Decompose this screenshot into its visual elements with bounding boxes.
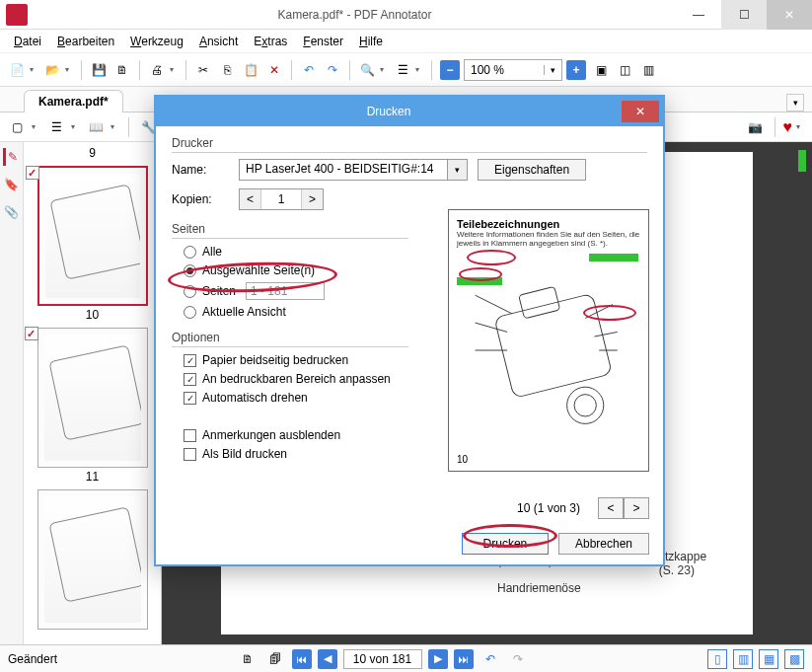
menu-datei[interactable]: Datei bbox=[8, 33, 47, 50]
status-text: Geändert bbox=[8, 652, 57, 666]
thumbnail-panel: 9 ✓ 10 ✓ 11 bbox=[24, 142, 162, 644]
menu-extras[interactable]: Extras bbox=[248, 33, 293, 50]
check-fit[interactable] bbox=[184, 373, 196, 386]
thumbnail-10[interactable]: ✓ bbox=[37, 166, 148, 306]
check-as-image[interactable] bbox=[184, 448, 196, 461]
copies-increment[interactable]: > bbox=[301, 189, 323, 209]
new-button[interactable]: 📄 bbox=[6, 59, 28, 81]
camera-button[interactable]: 📷 bbox=[745, 116, 767, 138]
print-dropdown[interactable]: ▾ bbox=[170, 65, 180, 74]
outline-dropdown[interactable]: ▾ bbox=[71, 122, 81, 131]
viewmode-continuous[interactable]: ▥ bbox=[733, 649, 753, 669]
preview-next-button[interactable]: > bbox=[624, 497, 649, 519]
menu-bearbeiten[interactable]: Bearbeiten bbox=[51, 33, 120, 50]
preview-prev-button[interactable]: < bbox=[598, 497, 624, 519]
radio-range-label: Seiten bbox=[202, 284, 236, 298]
thumbnail-11-checkbox[interactable]: ✓ bbox=[25, 327, 38, 340]
find-button[interactable]: 🔍 bbox=[356, 59, 378, 81]
last-page-button[interactable]: ⏭ bbox=[454, 649, 474, 669]
zoom-input[interactable] bbox=[465, 63, 544, 77]
menu-ansicht[interactable]: Ansicht bbox=[193, 33, 244, 50]
book-dropdown[interactable]: ▾ bbox=[111, 122, 120, 131]
status-icon-2[interactable]: 🗐 bbox=[264, 648, 286, 670]
fit-page-button[interactable]: ▣ bbox=[590, 59, 612, 81]
page-range-input[interactable] bbox=[246, 282, 325, 300]
menu-fenster[interactable]: Fenster bbox=[297, 33, 349, 50]
printer-properties-button[interactable]: Eigenschaften bbox=[478, 159, 586, 181]
radio-current[interactable] bbox=[184, 306, 196, 319]
list-button[interactable]: ☰ bbox=[392, 59, 413, 81]
favorite-button[interactable]: ♥ bbox=[783, 118, 793, 136]
first-page-button[interactable]: ⏮ bbox=[292, 649, 312, 669]
nav-back-button[interactable]: ↶ bbox=[480, 648, 501, 670]
copy-button[interactable]: ⎘ bbox=[216, 59, 238, 81]
dialog-titlebar[interactable]: Drucken ✕ bbox=[156, 97, 663, 126]
favorite-dropdown[interactable]: ▾ bbox=[796, 122, 806, 131]
preview-title: Teilebezeichnungen bbox=[457, 218, 640, 230]
save-as-button[interactable]: 🗎 bbox=[111, 59, 133, 81]
print-button[interactable]: 🖨 bbox=[146, 59, 168, 81]
cut-button[interactable]: ✂ bbox=[192, 59, 214, 81]
two-page-button[interactable]: ▥ bbox=[637, 59, 659, 81]
svg-point-3 bbox=[574, 395, 596, 416]
sidebar-tab-attachment[interactable]: 📎 bbox=[3, 203, 21, 221]
check-rotate[interactable] bbox=[184, 392, 196, 405]
page-dropdown[interactable]: ▾ bbox=[32, 122, 41, 131]
prev-page-button[interactable]: ◀ bbox=[318, 649, 337, 669]
thumbnail-11-preview bbox=[44, 335, 141, 461]
zoom-out-button[interactable]: − bbox=[440, 60, 460, 80]
paste-button[interactable]: 📋 bbox=[240, 59, 261, 81]
check-duplex[interactable] bbox=[184, 354, 196, 367]
sidebar-tab-bookmark[interactable]: 🔖 bbox=[3, 176, 21, 193]
radio-range[interactable] bbox=[184, 285, 196, 298]
page-number-field[interactable]: 10 von 181 bbox=[343, 649, 422, 669]
radio-all[interactable] bbox=[184, 246, 196, 259]
window-close-button[interactable]: ✕ bbox=[767, 0, 812, 30]
zoom-dropdown[interactable]: ▾ bbox=[544, 65, 561, 75]
fit-width-button[interactable]: ◫ bbox=[614, 59, 635, 81]
list-dropdown[interactable]: ▾ bbox=[415, 65, 425, 74]
app-icon bbox=[6, 4, 28, 26]
options-section-label: Optionen bbox=[172, 331, 408, 347]
preview-page-number: 10 bbox=[457, 454, 468, 465]
page-icon[interactable]: ▢ bbox=[6, 116, 28, 138]
viewmode-facing-cont[interactable]: ▩ bbox=[784, 649, 804, 669]
outline-icon[interactable]: ☰ bbox=[45, 116, 67, 138]
undo-button[interactable]: ↶ bbox=[298, 59, 320, 81]
dialog-close-button[interactable]: ✕ bbox=[622, 101, 659, 122]
menu-werkzeug[interactable]: Werkzeug bbox=[124, 33, 189, 50]
open-button[interactable]: 📂 bbox=[41, 59, 63, 81]
nav-forward-button[interactable]: ↷ bbox=[507, 648, 529, 670]
printer-select-arrow[interactable]: ▾ bbox=[447, 160, 467, 180]
delete-button[interactable]: ✕ bbox=[263, 59, 285, 81]
window-minimize-button[interactable]: — bbox=[676, 0, 721, 30]
copies-decrement[interactable]: < bbox=[240, 189, 261, 209]
check-hide-annotations[interactable] bbox=[184, 429, 196, 442]
status-icon-1[interactable]: 🗎 bbox=[237, 648, 258, 670]
sidebar-tab-pen[interactable]: ✎ bbox=[3, 148, 21, 166]
radio-selected[interactable] bbox=[184, 264, 196, 277]
thumbnail-10-checkbox[interactable]: ✓ bbox=[26, 166, 39, 180]
zoom-in-button[interactable]: + bbox=[566, 60, 586, 80]
copies-value[interactable]: 1 bbox=[261, 192, 301, 206]
thumbnail-12[interactable] bbox=[37, 489, 148, 630]
find-dropdown[interactable]: ▾ bbox=[380, 65, 390, 74]
pages-section-label: Seiten bbox=[172, 222, 408, 239]
window-maximize-button[interactable]: ☐ bbox=[721, 0, 767, 30]
viewmode-single[interactable]: ▯ bbox=[707, 649, 727, 669]
dialog-cancel-button[interactable]: Abbrechen bbox=[558, 533, 649, 555]
book-icon[interactable]: 📖 bbox=[85, 116, 107, 138]
next-page-button[interactable]: ▶ bbox=[428, 649, 448, 669]
redo-button[interactable]: ↷ bbox=[322, 59, 343, 81]
save-button[interactable]: 💾 bbox=[88, 59, 110, 81]
dialog-print-button[interactable]: Drucken bbox=[462, 533, 549, 555]
new-dropdown[interactable]: ▾ bbox=[30, 65, 39, 74]
tab-overflow-button[interactable]: ▾ bbox=[786, 94, 804, 112]
printer-select[interactable]: HP LaserJet 400 - BEIDSEITIG#:14 ▾ bbox=[239, 159, 468, 181]
thumbnail-11[interactable]: ✓ bbox=[37, 328, 148, 468]
document-tab[interactable]: Kamera.pdf* bbox=[24, 90, 123, 112]
open-dropdown[interactable]: ▾ bbox=[65, 65, 75, 74]
viewmode-facing[interactable]: ▦ bbox=[759, 649, 778, 669]
zoom-combo[interactable]: ▾ bbox=[464, 59, 562, 81]
menu-hilfe[interactable]: Hilfe bbox=[353, 33, 389, 50]
